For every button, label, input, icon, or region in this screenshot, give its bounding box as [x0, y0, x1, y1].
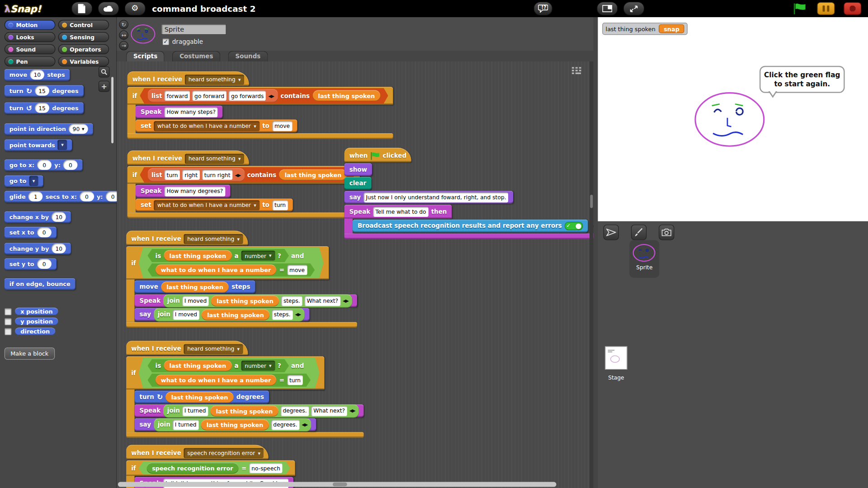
rotate-none-button[interactable]: → — [119, 41, 128, 51]
variable-reporter[interactable]: speech recognition error — [146, 463, 239, 474]
set-variable-block[interactable]: setwhat to do when I have a numbertomove — [136, 119, 297, 132]
reporter-block[interactable]: listforwardgo forwardgo forwards◀▶ — [147, 89, 278, 102]
palette-block[interactable]: set y to0 — [5, 258, 57, 270]
text-input-slot[interactable]: no-speech — [249, 463, 282, 473]
text-input-slot[interactable]: right — [182, 170, 200, 180]
text-input-slot[interactable]: What next? — [311, 406, 347, 416]
variable-reporter[interactable]: what to do when I have a number — [156, 375, 277, 385]
file-menu-button[interactable] — [71, 2, 92, 16]
dropdown-slot[interactable]: what to do when I have a number — [154, 121, 259, 131]
variable-reporter[interactable]: last thing spoken — [164, 250, 231, 261]
cloud-menu-button[interactable] — [98, 2, 119, 16]
dropdown-slot[interactable]: heard something — [185, 75, 244, 84]
variable-reporter[interactable]: last thing spoken — [312, 90, 380, 101]
dropdown-slot[interactable]: number — [241, 361, 275, 371]
speak-block[interactable]: SpeakHow many steps? — [136, 106, 223, 118]
palette-block[interactable]: go to — [5, 175, 43, 187]
dropdown-slot[interactable]: 90 — [69, 124, 88, 134]
hscroll-thumb[interactable] — [333, 483, 347, 487]
if-block-header[interactable]: iflistturnrightturn right◀▶containslast … — [127, 166, 360, 183]
expand-arrows-icon[interactable]: ◀▶ — [349, 408, 355, 413]
paint-new-sprite-button[interactable] — [631, 225, 646, 240]
speak-block[interactable]: SpeakjoinI movedlast thing spokensteps.W… — [135, 294, 358, 307]
sprite-name-field[interactable] — [161, 24, 226, 35]
text-input-slot[interactable]: turn — [165, 170, 180, 180]
clear-block[interactable]: clear — [344, 177, 372, 190]
horizontal-scrollbar[interactable] — [118, 482, 557, 487]
palette-block[interactable]: set x to0 — [5, 226, 57, 238]
new-turtle-sprite-button[interactable] — [604, 225, 619, 240]
palette-block[interactable]: go to x:0y:0 — [5, 159, 83, 171]
say-block[interactable]: sayJust now I only understand foward, ri… — [344, 191, 514, 203]
dropdown-slot[interactable]: heard something — [184, 234, 243, 244]
text-input-slot[interactable]: How many degrees? — [165, 186, 226, 196]
number-input-slot[interactable]: 15 — [35, 103, 49, 113]
palette-block[interactable]: point in direction90 — [5, 123, 93, 135]
reporter-direction[interactable]: direction — [15, 328, 55, 335]
text-input-slot[interactable]: Just now I only understand foward, right… — [363, 192, 508, 202]
set-variable-block[interactable]: setwhat to do when I have a numbertoturn — [136, 199, 293, 211]
palette-block[interactable]: glide1secs to x:0y:0 — [5, 191, 125, 202]
when-flag-clicked-hat[interactable]: whenclicked — [344, 148, 411, 162]
pause-button[interactable] — [817, 2, 835, 15]
number-input-slot[interactable]: 0 — [37, 227, 52, 237]
make-a-block-button[interactable]: Make a block — [5, 347, 55, 360]
settings-menu-button[interactable]: ⚙ — [124, 2, 146, 16]
text-input-slot[interactable]: steps. — [281, 296, 302, 305]
speech-bubble-button[interactable]: !? — [533, 2, 552, 16]
text-input-slot[interactable]: I moved — [182, 296, 209, 305]
variable-reporter[interactable]: last thing spoken — [161, 282, 229, 292]
text-input-slot[interactable]: How many steps? — [165, 107, 218, 117]
watcher-checkbox[interactable] — [5, 308, 12, 315]
palette-block[interactable]: move10steps — [5, 69, 70, 80]
if-block[interactable]: ifislast thing spokenanumber?andwhat to … — [126, 246, 357, 328]
when-i-receive-hat[interactable]: when I receiveheard something — [126, 231, 248, 245]
number-input-slot[interactable]: 0 — [37, 259, 52, 269]
script-6[interactable]: whenclickedshowclearsayJust now I only u… — [344, 148, 594, 239]
corral-sprite-item[interactable]: Sprite — [629, 240, 659, 277]
variable-reporter[interactable]: last thing spoken — [279, 169, 347, 180]
broadcast-speech-block[interactable]: Broadcast speech recognition results and… — [353, 220, 588, 232]
number-input-slot[interactable]: 1 — [28, 192, 43, 202]
predicate-block[interactable]: what to do when I have a number=turn — [147, 374, 311, 387]
variable-reporter[interactable]: last thing spoken — [211, 295, 279, 306]
category-control[interactable]: Control — [58, 20, 109, 30]
palette-block[interactable]: turn↻15degrees — [5, 85, 84, 97]
category-motion[interactable]: Motion — [5, 20, 56, 30]
number-input-slot[interactable]: 10 — [30, 70, 44, 80]
predicate-block[interactable]: listforwardgo forwardgo forwards◀▶contai… — [140, 88, 388, 103]
number-input-slot[interactable]: 10 — [52, 212, 66, 222]
scripting-area[interactable]: when I receiveheard somethingiflistforwa… — [117, 61, 593, 488]
text-input-slot[interactable]: go forwards — [229, 91, 266, 101]
if-block[interactable]: iflistturnrightturn right◀▶containslast … — [127, 166, 360, 218]
tab-sounds[interactable]: Sounds — [228, 51, 268, 61]
snap-logo[interactable]: λSnap! — [5, 3, 41, 14]
vertical-scrollbar[interactable] — [590, 61, 594, 488]
tab-scripts[interactable]: Scripts — [126, 51, 165, 61]
category-sensing[interactable]: Sensing — [58, 32, 109, 42]
category-variables[interactable]: Variables — [58, 56, 109, 66]
palette-block[interactable]: if on edge, bounce — [5, 278, 75, 290]
expand-arrows-icon[interactable]: ◀▶ — [268, 93, 274, 98]
text-input-slot[interactable]: I moved — [173, 310, 199, 319]
show-block[interactable]: show — [344, 163, 372, 176]
vscroll-thumb[interactable] — [590, 195, 593, 208]
rotate-left-right-button[interactable]: ↔ — [119, 30, 128, 40]
number-input-slot[interactable]: 15 — [35, 86, 49, 96]
turn-block[interactable]: turn↻last thing spokendegrees — [135, 390, 269, 403]
reporter-x-position[interactable]: x position — [15, 308, 58, 315]
variable-reporter[interactable]: last thing spoken — [202, 309, 269, 320]
reporter-block[interactable]: joinI movedlast thing spokensteps.What n… — [163, 294, 352, 307]
if-block-header[interactable]: iflistforwardgo forwardgo forwards◀▶cont… — [127, 87, 393, 104]
reporter-block[interactable]: listturnrightturn right◀▶ — [147, 168, 244, 181]
speak-then-block[interactable]: SpeakTell me what to dothenBroadcast spe… — [344, 205, 594, 239]
number-input-slot[interactable]: 0 — [37, 160, 52, 170]
variable-reporter[interactable]: last thing spoken — [201, 419, 269, 430]
camera-new-sprite-button[interactable] — [659, 225, 674, 240]
watcher-checkbox[interactable] — [5, 318, 12, 325]
when-i-receive-hat[interactable]: when I receiveheard something — [126, 341, 248, 355]
move-block[interactable]: movelast thing spokensteps — [135, 281, 255, 293]
text-input-slot[interactable]: turn — [287, 375, 303, 385]
reporter-y-position[interactable]: y position — [15, 318, 58, 325]
speak-block[interactable]: SpeakjoinI turnedlast thing spokendegree… — [135, 404, 364, 417]
